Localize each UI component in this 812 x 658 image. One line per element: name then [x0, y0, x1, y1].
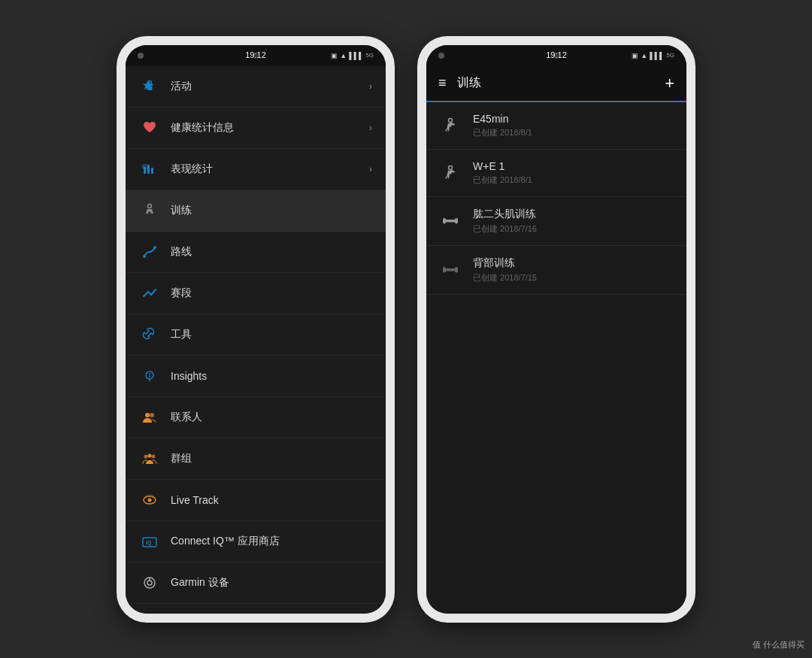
health-label: 健康统计信息 [171, 121, 369, 135]
svg-rect-1 [144, 166, 146, 174]
add-training-button[interactable]: + [665, 74, 674, 93]
training-item-back[interactable]: 背部训练 已创建 2018/7/15 [426, 246, 686, 295]
tools-label: 工具 [171, 328, 372, 341]
left-menu: 活动 › 健康统计信息 › [126, 66, 386, 614]
status-time-left: 19:12 [245, 50, 266, 59]
wifi-icon-right: ▲ [641, 52, 647, 59]
svg-point-16 [152, 454, 156, 458]
groups-icon [139, 448, 160, 469]
menu-item-health[interactable]: 健康统计信息 › [126, 108, 386, 149]
battery-icon: ▣ [331, 52, 338, 59]
svg-point-6 [143, 255, 146, 258]
menu-item-training[interactable]: 训练 [126, 190, 386, 232]
performance-chevron: › [369, 164, 372, 174]
back-date: 已创建 2018/7/15 [473, 272, 537, 284]
contacts-icon [139, 407, 160, 428]
svg-rect-31 [455, 218, 458, 224]
svg-point-18 [148, 498, 152, 502]
svg-text:IQ: IQ [146, 540, 152, 546]
routes-icon [139, 241, 160, 262]
menu-item-performance[interactable]: 表现统计 › [126, 149, 386, 190]
performance-icon [139, 159, 160, 180]
svg-point-7 [153, 246, 156, 249]
network-icon: 5G [365, 52, 374, 59]
garmin-label: Garmin 设备 [171, 576, 372, 590]
insights-label: Insights [171, 370, 372, 382]
bicep-name: 肱二头肌训练 [473, 208, 537, 221]
contacts-label: 联系人 [171, 411, 372, 424]
training-item-bicep[interactable]: 肱二头肌训练 已创建 2018/7/16 [426, 197, 686, 246]
svg-point-22 [147, 581, 152, 585]
menu-item-connectiq[interactable]: IQ Connect IQ™ 应用商店 [126, 521, 386, 562]
svg-point-28 [449, 165, 453, 169]
e45min-info: E45min 已创建 2018/8/1 [473, 113, 532, 138]
menu-item-tools[interactable]: 工具 [126, 314, 386, 356]
training-label: 训练 [171, 204, 372, 217]
svg-rect-33 [443, 267, 446, 273]
garmin-icon [139, 572, 160, 593]
battery-icon-right: ▣ [632, 52, 638, 59]
we1-date: 已创建 2018/8/1 [473, 174, 532, 186]
status-time-right: 19:12 [546, 50, 567, 59]
svg-point-15 [148, 453, 152, 457]
top-bar: ≡ 训练 + [426, 66, 686, 102]
bicep-date: 已创建 2018/7/16 [473, 223, 537, 235]
training-list: E45min 已创建 2018/8/1 W+E 1 已创建 2018/8/1 [426, 102, 686, 614]
run-icon-2 [438, 161, 462, 185]
status-dot-left [138, 53, 144, 59]
svg-point-27 [449, 118, 453, 122]
connectiq-icon: IQ [139, 531, 160, 552]
svg-point-12 [145, 413, 150, 417]
wifi-icon: ▲ [340, 52, 347, 59]
status-dot-right [438, 53, 444, 59]
we1-info: W+E 1 已创建 2018/8/1 [473, 160, 532, 186]
left-phone: 19:12 ▣ ▲ ▌▌▌ 5G 活动 › [117, 36, 395, 623]
signal-icon: ▌▌▌ [349, 52, 363, 59]
svg-point-13 [150, 413, 154, 417]
svg-rect-32 [445, 268, 456, 271]
hamburger-button[interactable]: ≡ [438, 75, 447, 91]
menu-item-settings[interactable]: 设置 [126, 604, 386, 614]
e45min-name: E45min [473, 113, 532, 125]
livetrack-label: Live Track [171, 494, 372, 506]
menu-item-livetrack[interactable]: Live Track [126, 480, 386, 521]
back-info: 背部训练 已创建 2018/7/15 [473, 256, 537, 284]
svg-rect-34 [455, 267, 458, 273]
segments-icon [139, 283, 160, 304]
menu-item-garmin[interactable]: Garmin 设备 [126, 562, 386, 604]
menu-item-segments[interactable]: 赛段 [126, 273, 386, 314]
network-icon-right: 5G [666, 52, 674, 59]
status-icons-left: ▣ ▲ ▌▌▌ 5G [331, 52, 374, 59]
we1-name: W+E 1 [473, 160, 532, 172]
signal-icon-right: ▌▌▌ [650, 52, 664, 59]
e45min-date: 已创建 2018/8/1 [473, 127, 532, 138]
strength-icon-2 [438, 258, 462, 282]
strength-icon-1 [438, 209, 462, 233]
run-icon-1 [438, 114, 462, 138]
training-item-e45min[interactable]: E45min 已创建 2018/8/1 [426, 102, 686, 150]
svg-point-14 [144, 454, 148, 458]
svg-point-5 [148, 204, 152, 208]
health-chevron: › [369, 123, 372, 133]
connectiq-label: Connect IQ™ 应用商店 [171, 535, 372, 548]
svg-point-10 [149, 373, 150, 374]
menu-item-activities[interactable]: 活动 › [126, 66, 386, 108]
menu-item-routes[interactable]: 路线 [126, 232, 386, 273]
menu-item-contacts[interactable]: 联系人 [126, 397, 386, 438]
activities-icon [139, 76, 160, 97]
bicep-info: 肱二头肌训练 已创建 2018/7/16 [473, 208, 537, 235]
menu-item-insights[interactable]: Insights [126, 356, 386, 397]
livetrack-icon [139, 490, 160, 511]
training-item-we1[interactable]: W+E 1 已创建 2018/8/1 [426, 150, 686, 197]
activities-chevron: › [369, 81, 372, 92]
activities-label: 活动 [171, 80, 369, 93]
back-name: 背部训练 [473, 256, 537, 270]
segments-label: 赛段 [171, 287, 372, 300]
right-phone: 19:12 ▣ ▲ ▌▌▌ 5G ≡ 训练 + [417, 36, 695, 623]
svg-rect-29 [445, 220, 456, 223]
status-bar-right: 19:12 ▣ ▲ ▌▌▌ 5G [426, 45, 686, 66]
menu-item-groups[interactable]: 群组 [126, 438, 386, 480]
screen-title: 训练 [457, 75, 665, 91]
svg-rect-3 [151, 168, 153, 174]
health-icon [139, 117, 160, 138]
